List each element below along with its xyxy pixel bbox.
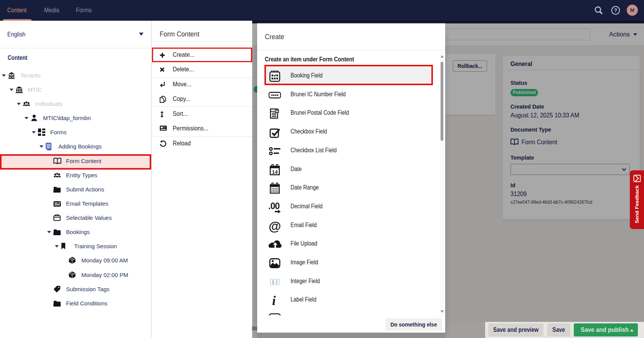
svg-text:i: i bbox=[272, 294, 276, 307]
svg-text:.00: .00 bbox=[269, 201, 279, 211]
svg-text:@: @ bbox=[269, 220, 281, 233]
svg-text:?: ? bbox=[614, 7, 618, 13]
svg-text:1: 1 bbox=[272, 280, 274, 284]
svg-text:14: 14 bbox=[272, 169, 278, 175]
